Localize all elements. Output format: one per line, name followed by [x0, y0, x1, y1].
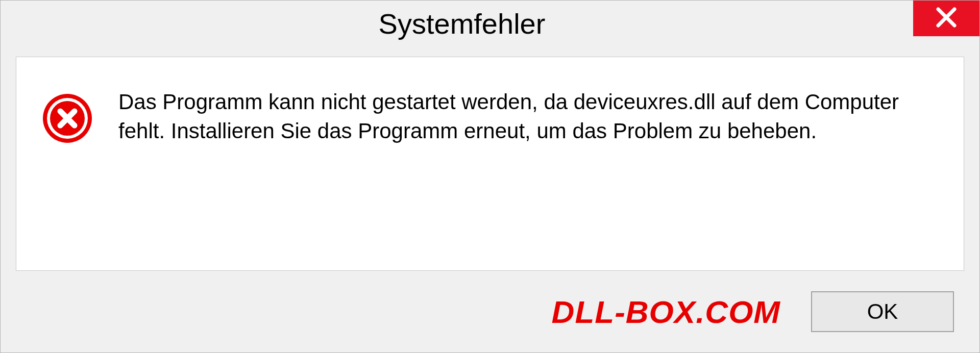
content-panel: Das Programm kann nicht gestartet werden… — [16, 57, 964, 271]
watermark-text: DLL-BOX.COM — [552, 294, 780, 330]
ok-button[interactable]: OK — [811, 291, 954, 332]
dialog-footer: DLL-BOX.COM OK — [1, 276, 979, 352]
error-icon — [42, 93, 93, 146]
close-button[interactable] — [913, 1, 979, 36]
dialog-title: Systemfehler — [11, 7, 913, 40]
titlebar: Systemfehler — [1, 1, 979, 46]
error-dialog: Systemfehler Das Programm kann nicht ges… — [0, 0, 980, 353]
error-message: Das Programm kann nicht gestartet werden… — [118, 88, 938, 145]
close-icon — [935, 6, 958, 31]
